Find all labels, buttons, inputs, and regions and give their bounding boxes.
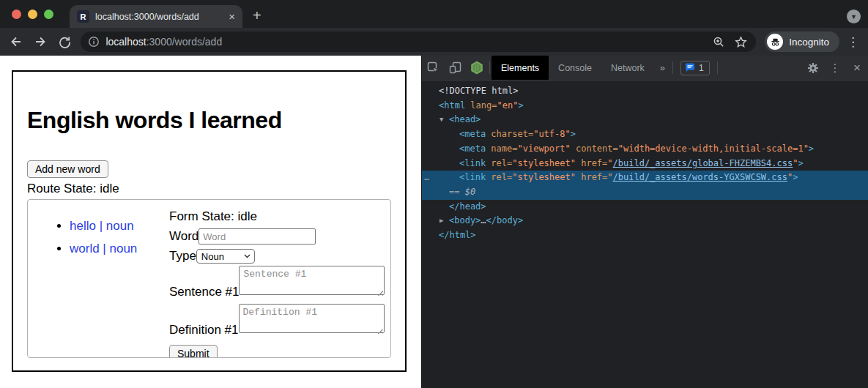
add-new-word-button[interactable]: Add new word: [27, 160, 108, 178]
dom-tree-line[interactable]: <meta charset="utf-8">: [422, 127, 868, 142]
incognito-badge: Incognito: [765, 31, 839, 52]
definition1-textarea[interactable]: [239, 304, 385, 333]
word-link-hello[interactable]: hello | noun: [70, 219, 134, 233]
devtools-settings-button[interactable]: [802, 56, 824, 80]
dom-tree-line[interactable]: …<link rel="stylesheet" href="/build/_as…: [422, 171, 868, 185]
dom-tree-line[interactable]: <meta name="viewport" content="width=dev…: [422, 142, 868, 157]
word-list: hello | noun world | noun: [28, 200, 169, 357]
sentence1-label: Sentence #1: [169, 285, 239, 299]
bookmark-button[interactable]: [732, 34, 749, 50]
more-tabs-button[interactable]: »: [654, 56, 671, 80]
zoom-in-icon: [713, 36, 725, 48]
issues-count: 1: [699, 63, 704, 73]
divider: [489, 61, 490, 74]
device-toolbar-icon: [449, 61, 461, 74]
browser-window: R localhost:3000/words/add × + ▼: [0, 0, 868, 388]
type-select[interactable]: Noun: [196, 249, 255, 264]
close-window-button[interactable]: [12, 10, 21, 19]
minimize-window-button[interactable]: [28, 10, 37, 19]
tab-close-icon[interactable]: ×: [229, 11, 235, 22]
definition1-label: Definition #1: [169, 323, 239, 337]
devtools-panel: Elements Console Network » 1: [421, 56, 868, 388]
devtools-menu-button[interactable]: ⋮: [824, 56, 846, 80]
back-button[interactable]: [7, 33, 24, 51]
dom-tree-line[interactable]: </html>: [422, 228, 868, 243]
address-bar[interactable]: localhost:3000/words/add: [81, 31, 756, 52]
list-item: world | noun: [70, 242, 169, 256]
inspect-element-button[interactable]: [422, 56, 444, 80]
web-page: English words I learned Add new word Rou…: [0, 56, 421, 388]
devtools-toolbar: Elements Console Network » 1: [422, 56, 868, 81]
devtools-close-button[interactable]: ×: [846, 56, 868, 80]
forward-arrow-icon: [33, 34, 48, 49]
dom-tree-line[interactable]: <html lang="en">: [422, 99, 868, 113]
dom-tree: <!DOCTYPE html><html lang="en">▼<head><m…: [422, 81, 868, 388]
add-word-form: Form State: idle Word Type Noun: [169, 200, 390, 357]
tab-console[interactable]: Console: [549, 56, 601, 80]
incognito-icon: [767, 34, 783, 50]
device-toolbar-button[interactable]: [444, 56, 466, 80]
url-text: localhost:3000/words/add: [105, 36, 705, 48]
dom-tree-line[interactable]: <link rel="stylesheet" href="/build/_ass…: [422, 157, 868, 171]
incognito-label: Incognito: [789, 37, 829, 48]
issues-message-icon: [685, 63, 695, 72]
forward-button[interactable]: [31, 33, 48, 51]
back-arrow-icon: [9, 34, 23, 49]
reload-icon: [58, 35, 72, 49]
tab-title: localhost:3000/words/add: [95, 12, 223, 22]
list-item: hello | noun: [70, 219, 169, 234]
inspect-cursor-icon: [427, 61, 439, 74]
sentence1-textarea[interactable]: [239, 266, 385, 295]
reload-button[interactable]: [56, 33, 73, 51]
disclosure-arrow-icon[interactable]: ▶: [439, 214, 449, 228]
fullscreen-window-button[interactable]: [44, 10, 53, 19]
tab-network[interactable]: Network: [601, 56, 654, 80]
line-options-icon[interactable]: …: [424, 171, 429, 185]
submit-button[interactable]: Submit: [169, 345, 218, 358]
tab-elements[interactable]: Elements: [492, 56, 549, 80]
url-path: :3000/words/add: [146, 36, 223, 48]
page-container: English words I learned Add new word Rou…: [12, 70, 407, 372]
new-tab-button[interactable]: +: [253, 7, 261, 24]
chevron-down-icon[interactable]: ▼: [847, 10, 861, 23]
route-state-text: Route State: idle: [27, 182, 391, 196]
form-state-text: Form State: idle: [169, 209, 386, 225]
word-label: Word: [169, 229, 199, 244]
words-panel: hello | noun world | noun Form State: id…: [27, 199, 391, 358]
remix-favicon-icon: R: [77, 10, 89, 23]
browser-tab[interactable]: R localhost:3000/words/add ×: [70, 5, 242, 28]
dom-tree-line[interactable]: </head>: [422, 200, 868, 214]
browser-menu-button[interactable]: ⋮: [847, 34, 859, 50]
divider: [672, 61, 673, 74]
traffic-lights: [12, 10, 53, 19]
dom-tree-line[interactable]: <!DOCTYPE html>: [422, 84, 868, 99]
word-input[interactable]: [199, 228, 316, 245]
star-icon: [735, 36, 747, 48]
type-label: Type: [169, 249, 196, 264]
browser-titlebar: R localhost:3000/words/add × + ▼: [0, 0, 868, 28]
gear-icon: [807, 62, 819, 74]
divider: [717, 61, 718, 74]
disclosure-arrow-icon[interactable]: ▼: [439, 113, 449, 127]
site-info-icon[interactable]: [88, 36, 100, 48]
word-link-world[interactable]: world | noun: [70, 242, 137, 255]
browser-toolbar: localhost:3000/words/add: [0, 28, 868, 56]
page-title: English words I learned: [27, 107, 391, 134]
url-host: localhost: [105, 36, 146, 48]
dom-tree-line[interactable]: ▼<head>: [422, 113, 868, 127]
dom-tree-line[interactable]: == $0: [422, 185, 868, 200]
dom-tree-line[interactable]: ▶<body>…</body>: [422, 214, 868, 228]
node-hexagon-icon[interactable]: [466, 56, 488, 80]
zoom-button[interactable]: [711, 34, 727, 50]
issues-badge[interactable]: 1: [680, 61, 710, 75]
main-content: English words I learned Add new word Rou…: [0, 56, 868, 388]
